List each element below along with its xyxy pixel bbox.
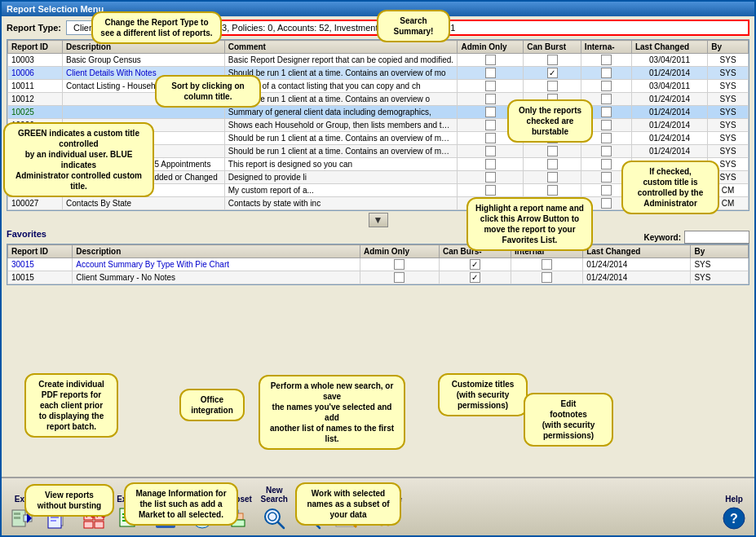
table-row-id[interactable]: 10025 (8, 106, 63, 119)
fav-row-desc[interactable]: Client Summary - No Notes (73, 271, 360, 284)
favorites-table-container: Report ID Description Admin Only Can Bur… (7, 244, 749, 285)
callout-subset: Work with selectednames as a subset ofyo… (295, 482, 401, 526)
keyword-label: Keyword: (643, 233, 681, 242)
callout-sort: Sort by clicking oncolumn title. (155, 75, 261, 108)
table-row-by: SYS (708, 145, 749, 158)
callout-footnote: Editfootnotes(with securitypermissions) (524, 393, 613, 447)
table-row-by: SYS (708, 67, 749, 80)
table-row-admin[interactable] (458, 171, 524, 184)
svg-rect-17 (84, 522, 93, 528)
table-row-admin[interactable] (458, 67, 524, 80)
table-row-comment: Should be run 1 client at a time. Contai… (224, 145, 458, 158)
col-header-internal[interactable]: Interna- (581, 41, 631, 54)
table-row-id[interactable]: 100027 (8, 197, 63, 210)
table-row-comment: Shows each Household or Group, then list… (224, 119, 458, 132)
callout-edit-titles: Customize titles(with securitypermission… (438, 373, 528, 416)
table-row-comment: Basic Report Designer report that can be… (224, 54, 458, 67)
table-row-desc[interactable]: Contacts By State (63, 197, 225, 210)
report-type-label: Report Type: (7, 23, 61, 33)
favorites-table: Report ID Description Admin Only Can Bur… (7, 244, 749, 284)
table-row-by: SYS (708, 54, 749, 67)
table-row-id[interactable]: 10011 (8, 80, 63, 93)
col-header-id[interactable]: Report ID (8, 41, 63, 54)
keyword-input[interactable] (684, 231, 749, 244)
table-row-burst[interactable] (524, 158, 581, 171)
table-row-comment: My custom report of a... (224, 184, 458, 197)
callout-arrow: Highlight a report name andclick this Ar… (466, 197, 593, 251)
table-row-desc[interactable]: Basic Group Census (63, 54, 225, 67)
table-row-internal[interactable] (581, 80, 631, 93)
table-row-burst[interactable] (524, 54, 581, 67)
svg-rect-18 (95, 522, 104, 528)
fav-row-desc[interactable]: Account Summary By Type With Pie Chart (73, 258, 360, 271)
help-button[interactable]: Help ? (717, 481, 751, 534)
callout-search-summary: SearchSummary! (377, 10, 450, 42)
callout-admin-checked: If checked,custom title iscontrolled by … (621, 161, 719, 214)
col-header-burst[interactable]: Can Burst (524, 41, 581, 54)
table-row-comment: Contacts by state with inc (224, 197, 458, 210)
svg-rect-3 (14, 513, 20, 515)
fav-row-by: SYS (691, 258, 749, 271)
table-row-comment: Designed to provide li (224, 171, 458, 184)
fav-row-admin[interactable] (360, 271, 439, 284)
table-row-changed: 03/04/2011 (631, 80, 707, 93)
table-row-burst[interactable] (524, 171, 581, 184)
callout-report-type: Change the Report Type tosee a different… (91, 11, 222, 44)
new-search-label: NewSearch (261, 486, 288, 504)
table-row-admin[interactable] (458, 158, 524, 171)
table-row-admin[interactable] (458, 184, 524, 197)
table-row-id[interactable]: 10003 (8, 54, 63, 67)
table-row-burst[interactable] (524, 145, 581, 158)
fav-col-desc[interactable]: Description (73, 245, 360, 258)
fav-row-admin[interactable] (360, 258, 439, 271)
table-row-admin[interactable] (458, 54, 524, 67)
table-row-internal[interactable] (581, 54, 631, 67)
table-row-by: SYS (708, 80, 749, 93)
col-header-by[interactable]: By (708, 41, 749, 54)
svg-rect-4 (14, 517, 20, 519)
table-row-burst[interactable] (524, 80, 581, 93)
add-to-favorites-arrow[interactable]: ▼ (369, 213, 388, 227)
table-row-changed: 01/24/2014 (631, 93, 707, 106)
table-row-burst[interactable] (524, 184, 581, 197)
table-row-id[interactable]: 10006 (8, 67, 63, 80)
callout-manage-info: Manage Information forthe list such as a… (124, 482, 238, 526)
fav-row-internal[interactable] (511, 258, 583, 271)
table-row-comment: Should be run 1 client at a time. Contai… (224, 132, 458, 145)
fav-row-burst[interactable]: ✓ (439, 258, 511, 271)
fav-row-internal[interactable] (511, 271, 583, 284)
table-row-changed: 01/24/2014 (631, 132, 707, 145)
arrow-row: ▼ (7, 213, 749, 227)
table-row-internal[interactable] (581, 67, 631, 80)
help-icon: ? (721, 505, 747, 531)
fav-row-burst[interactable]: ✓ (439, 271, 511, 284)
table-row-by: SYS (708, 132, 749, 145)
callout-green-blue: GREEN indicates a custom title controlle… (3, 122, 154, 197)
callout-office: Officeintegration (179, 389, 245, 421)
fav-col-changed[interactable]: Last Changed (583, 245, 691, 258)
table-row-burst[interactable]: ✓ (524, 67, 581, 80)
table-row-changed: 03/04/2011 (631, 54, 707, 67)
fav-col-by[interactable]: By (691, 245, 749, 258)
table-row-comment: Should be run 1 client at a time. Contai… (224, 67, 458, 80)
fav-row-by: SYS (691, 271, 749, 284)
table-row-admin[interactable] (458, 80, 524, 93)
callout-manage: Perform a whole new search, or savethe n… (259, 375, 405, 450)
new-search-button[interactable]: NewSearch (257, 481, 291, 534)
callout-pdf: Create individualPDF reports foreach cli… (24, 373, 118, 438)
col-header-admin[interactable]: Admin Only (458, 41, 524, 54)
fav-row-id[interactable]: 10015 (8, 271, 73, 284)
keyword-area: Keyword: (643, 229, 749, 244)
fav-col-admin[interactable]: Admin Only (360, 245, 439, 258)
table-row-admin[interactable] (458, 145, 524, 158)
col-header-changed[interactable]: Last Changed (631, 41, 707, 54)
main-window: Report Selection Menu Report Type: Clien… (0, 0, 756, 537)
callout-view-reports: View reportswithout bursting (24, 484, 114, 517)
new-search-icon (261, 505, 287, 531)
table-row-internal[interactable] (581, 145, 631, 158)
fav-row-id[interactable]: 30015 (8, 258, 73, 271)
fav-col-id[interactable]: Report ID (8, 245, 73, 258)
table-row-id[interactable]: 10012 (8, 93, 63, 106)
table-row-changed: 01/24/2014 (631, 119, 707, 132)
help-label: Help (725, 495, 743, 504)
